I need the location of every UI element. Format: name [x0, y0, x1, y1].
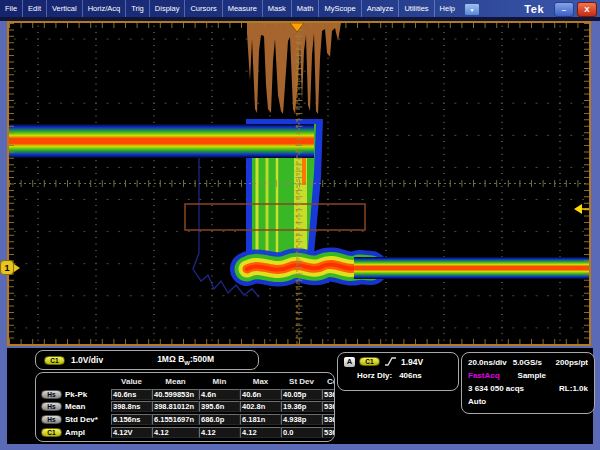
low-level-noise	[247, 264, 371, 269]
cell-stddev-max: 6.181n	[240, 414, 281, 425]
tek-logo: Tek	[524, 0, 554, 17]
readout-panel: C1 1.0V/div 1MΩ BW:500M A C1 1.94V Horz …	[7, 348, 593, 444]
menu-cursors[interactable]: Cursors	[185, 0, 222, 17]
timebase-value: 20.0ns/div	[468, 358, 507, 367]
minimize-icon: –	[562, 6, 566, 14]
sampling-mode: Sample	[518, 371, 546, 380]
acq-count: 3 634 050 acqs	[468, 384, 524, 393]
acq-row-timebase: 20.0ns/div 5.0GS/s 200ps/pt	[468, 356, 588, 369]
measurement-row-label: Hs Pk-Pk	[39, 390, 111, 399]
menu-analyze[interactable]: Analyze	[362, 0, 400, 17]
header-stdev: St Dev	[281, 377, 322, 386]
horz-delay-value: 406ns	[399, 371, 422, 380]
edge-time-histogram	[247, 23, 341, 114]
measurement-grid: Value Mean Min Max St Dev Count Info Hs …	[39, 375, 331, 439]
menu-trig[interactable]: Trig	[126, 0, 150, 17]
cell-pkpk-mean: 40.599853n	[152, 389, 199, 400]
cell-ampl-min: 4.12	[199, 427, 240, 438]
trigger-level-value: 1.94V	[401, 357, 423, 367]
header-min: Min	[199, 377, 240, 386]
trigger-source-badge: C1	[359, 357, 380, 366]
trigger-readout[interactable]: A C1 1.94V Horz Dly: 406ns	[337, 352, 459, 391]
cell-stddev-min: 686.0p	[199, 414, 240, 425]
trigger-level-marker[interactable]	[574, 204, 589, 214]
acq-row-mode: FastAcq Sample	[468, 369, 588, 382]
cell-stddev-mean: 6.1551697n	[152, 414, 199, 425]
menu-edit[interactable]: Edit	[23, 0, 47, 17]
channel1-marker-label: 1	[0, 260, 14, 275]
cell-mean-count: 536.0	[322, 401, 335, 412]
measurement-row-label: C1 Ampl	[39, 428, 111, 437]
header-count: Count	[322, 377, 335, 386]
trigger-line1: A C1 1.94V	[344, 356, 452, 367]
cell-pkpk-count: 536.0	[322, 389, 335, 400]
header-max: Max	[240, 377, 281, 386]
horz-delay-label: Horz Dly:	[357, 371, 392, 380]
menu-measure[interactable]: Measure	[223, 0, 263, 17]
menu-bar: File Edit Vertical Horiz/Acq Trig Displa…	[0, 0, 600, 17]
cell-stddev-stdev: 4.938p	[281, 414, 322, 425]
header-mean: Mean	[152, 377, 199, 386]
cell-ampl-mean: 4.12	[152, 427, 199, 438]
cell-ampl-value: 4.12V	[111, 427, 152, 438]
acq-row-trigmode: Auto	[468, 395, 588, 408]
channel1-marker-arrow-icon	[14, 264, 20, 272]
menu-display[interactable]: Display	[150, 0, 186, 17]
cell-mean-mean: 398.81012n	[152, 401, 199, 412]
cell-mean-stdev: 19.36p	[281, 401, 322, 412]
trigger-system-badge: A	[344, 357, 355, 367]
menu-horiz-acq[interactable]: Horiz/Acq	[83, 0, 127, 17]
bandwidth-label: BW:500M	[178, 354, 214, 364]
channel1-termination: 1MΩ BW:500M	[157, 354, 214, 366]
menu-vertical[interactable]: Vertical	[47, 0, 83, 17]
source-badge-hs: Hs	[41, 402, 62, 411]
cell-ampl-max: 4.12	[240, 427, 281, 438]
cell-mean-min: 395.6n	[199, 401, 240, 412]
menu-file[interactable]: File	[0, 0, 23, 17]
low-level-trace	[354, 257, 589, 279]
high-level-trace	[9, 124, 314, 158]
source-badge-hs: Hs	[41, 390, 62, 399]
source-badge-hs: Hs	[41, 415, 62, 424]
graticule-frame	[7, 21, 591, 346]
channel1-badge: C1	[44, 356, 65, 365]
cell-pkpk-value: 40.6ns	[111, 389, 152, 400]
close-button[interactable]: X	[577, 2, 597, 17]
cell-pkpk-max: 40.6n	[240, 389, 281, 400]
trigger-mode: Auto	[468, 397, 486, 406]
record-length: RL:1.0k	[559, 384, 588, 393]
acq-row-count: 3 634 050 acqs RL:1.0k	[468, 382, 588, 395]
cell-mean-max: 402.8n	[240, 401, 281, 412]
sample-rate-value: 5.0GS/s	[513, 358, 542, 367]
menu-help[interactable]: Help	[435, 0, 460, 17]
waveform-display	[9, 23, 589, 344]
minimize-button[interactable]: –	[554, 2, 574, 17]
horizontal-delay: Horz Dly: 406ns	[357, 371, 452, 380]
fastacq-mode: FastAcq	[468, 371, 500, 380]
channel1-readout[interactable]: C1 1.0V/div 1MΩ BW:500M	[35, 350, 259, 370]
measurement-table: Value Mean Min Max St Dev Count Info Hs …	[35, 372, 335, 442]
rising-edge-icon	[384, 356, 397, 367]
menu-utilities[interactable]: Utilities	[399, 0, 434, 17]
cell-pkpk-min: 4.6n	[199, 389, 240, 400]
menu-overflow-button[interactable]: ▼	[464, 3, 480, 16]
menu-math[interactable]: Math	[292, 0, 320, 17]
resolution-value: 200ps/pt	[556, 358, 588, 367]
cell-stddev-count: 536.0	[322, 414, 335, 425]
menu-myscope[interactable]: MyScope	[319, 0, 361, 17]
oscilloscope-screen: { "window": { "brand": "Tek", "minimize_…	[0, 0, 600, 450]
chevron-down-icon: ▼	[470, 7, 475, 13]
cell-ampl-count: 536.0	[322, 427, 335, 438]
channel1-position-marker[interactable]: 1	[0, 260, 20, 275]
cell-ampl-stdev: 0.0	[281, 427, 322, 438]
cell-mean-value: 398.8ns	[111, 401, 152, 412]
measurement-row-label: Hs Std Dev*	[39, 415, 111, 424]
menu-mask[interactable]: Mask	[263, 0, 292, 17]
cell-stddev-value: 6.156ns	[111, 414, 152, 425]
acquisition-readout[interactable]: 20.0ns/div 5.0GS/s 200ps/pt FastAcq Samp…	[461, 352, 595, 414]
cell-pkpk-stdev: 40.05p	[281, 389, 322, 400]
source-badge-c1: C1	[41, 428, 62, 437]
channel1-scale: 1.0V/div	[71, 355, 103, 365]
close-icon: X	[584, 6, 589, 14]
measurement-row-label: Hs Mean	[39, 402, 111, 411]
